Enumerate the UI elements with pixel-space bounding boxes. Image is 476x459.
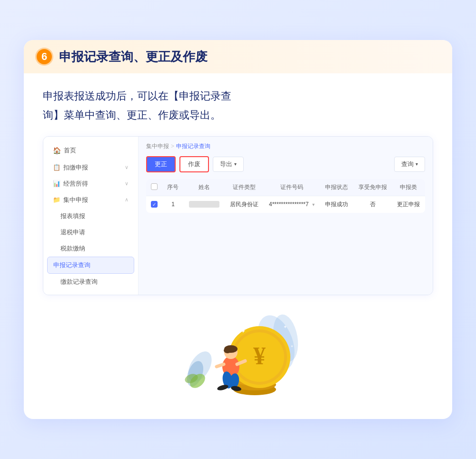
sidebar-item-business[interactable]: 📊 经营所得 ∨	[43, 176, 138, 192]
desc-line1: 申报表报送成功后，可以在【申报记录查	[43, 90, 231, 102]
sidebar-record-label: 申报记录查询	[53, 261, 90, 269]
chevron-down-icon: ∨	[125, 164, 129, 170]
home-icon: 🏠	[53, 147, 61, 154]
row-report-type: 更正申报	[392, 196, 425, 213]
sidebar-sub-record-active[interactable]: 申报记录查询	[47, 257, 134, 274]
sidebar: 🏠 首页 📋 扣缴申报 ∨ 📊 经营所得 ∨	[43, 137, 139, 295]
sidebar-item-withholding[interactable]: 📋 扣缴申报 ∨	[43, 160, 138, 176]
row-id-type: 居民身份证	[225, 196, 264, 213]
row-checkbox-cell: ✓	[146, 196, 162, 213]
toolbar: 更正 作废 导出 ▾ 查询 ▾	[146, 156, 425, 172]
sidebar-business-label: 经营所得	[63, 180, 88, 188]
withholding-icon: 📋	[53, 164, 60, 171]
sidebar-sub-refund[interactable]: 退税申请	[43, 224, 138, 240]
query-button[interactable]: 查询 ▾	[394, 157, 425, 172]
chevron-down-icon2: ∨	[125, 180, 129, 187]
th-id-type: 证件类型	[225, 179, 264, 196]
desc-line2: 询】菜单中查询、更正、作废或导出。	[43, 109, 221, 121]
header-title: 申报记录查询、更正及作废	[59, 49, 208, 65]
update-button[interactable]: 更正	[146, 156, 176, 172]
table-header-row: 序号 姓名 证件类型 证件号码 申报状态 享受免申报 申报类	[146, 179, 425, 196]
svg-text:✦: ✦	[240, 327, 246, 335]
sidebar-refund-label: 退税申请	[60, 229, 85, 236]
sidebar-sub-form[interactable]: 报表填报	[43, 208, 138, 224]
sidebar-item-home[interactable]: 🏠 首页	[43, 141, 138, 160]
row-checkbox[interactable]: ✓	[151, 201, 158, 208]
th-status: 申报状态	[320, 179, 353, 196]
breadcrumb-current: 申报记录查询	[176, 142, 210, 150]
row-name: 姓名	[184, 196, 225, 213]
svg-text:✦: ✦	[283, 324, 287, 329]
th-checkbox	[146, 179, 162, 196]
coin-illustration: ¥ ✦ ✦ ✦	[171, 305, 305, 400]
svg-line-22	[217, 364, 224, 367]
th-seq: 序号	[162, 179, 184, 196]
sidebar-home-label: 首页	[64, 146, 76, 155]
description-text: 申报表报送成功后，可以在【申报记录查 询】菜单中查询、更正、作废或导出。	[43, 87, 433, 124]
main-card: 6 申报记录查询、更正及作废 申报表报送成功后，可以在【申报记录查 询】菜单中查…	[24, 40, 452, 419]
breadcrumb: 集中申报 > 申报记录查询	[146, 142, 425, 150]
row-seq: 1	[162, 196, 184, 213]
sidebar-sub-taxpay[interactable]: 税款缴纳	[43, 240, 138, 257]
sidebar-payment-label: 缴款记录查询	[60, 278, 98, 285]
query-label: 查询	[401, 160, 414, 169]
sidebar-form-label: 报表填报	[60, 212, 85, 220]
sidebar-taxpay-label: 税款缴纳	[60, 245, 85, 252]
card-body: 申报表报送成功后，可以在【申报记录查 询】菜单中查询、更正、作废或导出。 🏠 首…	[24, 73, 452, 419]
collective-icon: 📁	[53, 196, 60, 203]
svg-text:✦: ✦	[290, 344, 294, 349]
main-content: 集中申报 > 申报记录查询 更正 作废 导出 ▾ 查询 ▾	[139, 137, 433, 295]
th-report-type: 申报类	[392, 179, 425, 196]
query-arrow-icon: ▾	[416, 161, 418, 167]
name-blurred: 姓名	[189, 201, 219, 208]
data-table: 序号 姓名 证件类型 证件号码 申报状态 享受免申报 申报类 ✓	[146, 179, 425, 213]
sidebar-collective-left: 📁 集中申报	[53, 196, 88, 204]
row-exempt: 否	[353, 196, 392, 213]
export-arrow-icon: ▾	[234, 161, 237, 167]
id-number-dropdown[interactable]: ▾	[312, 202, 315, 207]
sidebar-business-left: 📊 经营所得	[53, 180, 88, 188]
row-status: 申报成功	[320, 196, 353, 213]
svg-text:¥: ¥	[253, 342, 266, 369]
breadcrumb-sep: >	[171, 143, 174, 150]
card-header: 6 申报记录查询、更正及作废	[24, 40, 452, 73]
th-id-number: 证件号码	[264, 179, 320, 196]
illustration-area: ¥ ✦ ✦ ✦	[43, 300, 433, 409]
table-row: ✓ 1 姓名 居民身份证 4***************7 ▾ 申报	[146, 196, 425, 213]
export-label: 导出	[220, 160, 232, 169]
header-checkbox[interactable]	[151, 183, 158, 190]
sidebar-withholding-label: 扣缴申报	[63, 163, 88, 172]
step-number: 6	[35, 48, 53, 66]
sidebar-item-collective[interactable]: 📁 集中申报 ∧	[43, 192, 138, 208]
id-number-text: 4***************7	[269, 201, 308, 208]
breadcrumb-parent: 集中申报	[146, 142, 169, 150]
th-name: 姓名	[184, 179, 225, 196]
chevron-up-icon: ∧	[125, 197, 129, 203]
sidebar-sub-payment[interactable]: 缴款记录查询	[43, 274, 138, 290]
export-button[interactable]: 导出 ▾	[213, 157, 244, 172]
th-exempt: 享受免申报	[353, 179, 392, 196]
sidebar-collective-label: 集中申报	[63, 196, 88, 204]
cancel-button[interactable]: 作废	[179, 156, 209, 172]
business-icon: 📊	[53, 180, 60, 187]
svg-point-20	[224, 348, 231, 353]
row-id-number: 4***************7 ▾	[264, 196, 320, 213]
ui-screenshot: 🏠 首页 📋 扣缴申报 ∨ 📊 经营所得 ∨	[43, 136, 433, 295]
sidebar-withholding-left: 📋 扣缴申报	[53, 163, 88, 172]
